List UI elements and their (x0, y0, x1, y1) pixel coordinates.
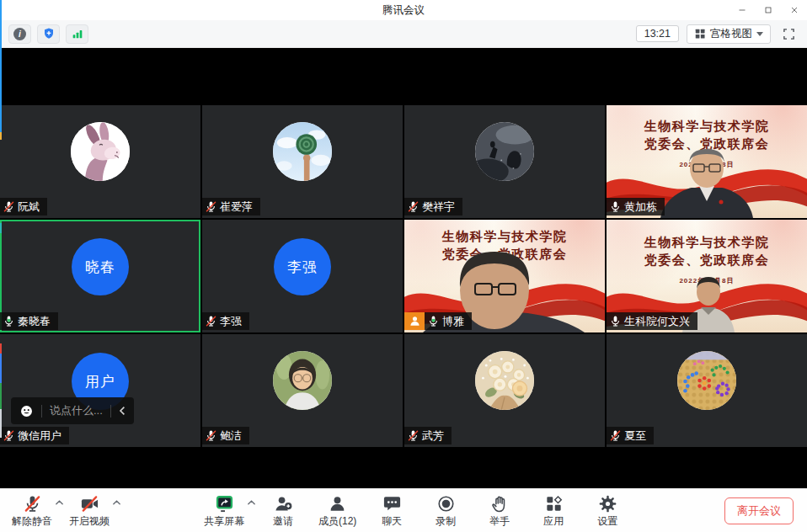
participant-tile[interactable]: 夏至 (607, 334, 807, 447)
chevron-down-icon (756, 32, 763, 36)
participant-tile[interactable]: 崔爱萍 (202, 105, 403, 218)
maximize-button[interactable] (755, 0, 781, 20)
participant-tile[interactable]: 武芳 (404, 334, 605, 447)
video-stage: 阮斌 (0, 48, 807, 488)
view-mode-label: 宫格视图 (710, 27, 752, 41)
mic-muted-icon (407, 200, 420, 213)
participant-name: 鲍洁 (220, 428, 242, 443)
name-plate: 鲍洁 (202, 427, 249, 444)
mic-muted-icon (205, 200, 217, 213)
fullscreen-button[interactable] (778, 24, 799, 44)
avatar (475, 351, 534, 410)
top-toolbar: i 13:21 宫格视图 (0, 20, 807, 48)
meeting-clock: 13:21 (636, 25, 679, 42)
participant-tile[interactable]: 樊祥宇 (404, 105, 605, 218)
participant-name: 黄加栋 (624, 200, 657, 214)
raise-hand-icon (490, 494, 510, 513)
participant-tile-active-speaker[interactable]: 晓春 秦晓春 (0, 220, 200, 332)
name-plate: 樊祥宇 (404, 198, 462, 215)
name-plate: 黄加栋 (607, 198, 665, 215)
record-button[interactable]: 录制 (427, 492, 464, 529)
chevron-left-icon[interactable] (119, 406, 126, 416)
participant-tile[interactable]: 生物科学与技术学院 党委会、党政联席会 博雅 (404, 220, 605, 332)
name-plate: 博雅 (425, 312, 472, 330)
participant-name: 微信用户 (18, 428, 61, 443)
mic-muted-icon (609, 429, 622, 442)
chevron-up-icon[interactable] (55, 499, 64, 506)
participant-tile[interactable]: 生物科学与技术学院 党委会、党政联席会 2022年12月8日 生科院何文兴 (607, 220, 807, 332)
participant-tile[interactable]: 阮斌 (0, 105, 200, 218)
unmute-button[interactable]: 解除静音 (12, 492, 52, 529)
mic-muted-icon (205, 429, 217, 442)
fullscreen-icon (783, 28, 795, 40)
participant-name: 生科院何文兴 (624, 314, 690, 328)
settings-icon (598, 494, 617, 513)
name-plate: 秦晓春 (0, 312, 58, 330)
mic-muted-icon (205, 315, 217, 327)
avatar-initials: 晓春 (72, 238, 129, 295)
chevron-up-icon[interactable] (247, 499, 256, 506)
mic-muted-icon (3, 429, 15, 442)
participant-grid: 阮斌 (0, 105, 807, 447)
apps-icon (544, 494, 564, 513)
chat-input-placeholder[interactable]: 说点什么... (50, 403, 103, 418)
name-plate: 阮斌 (0, 198, 47, 215)
mic-on-icon (427, 315, 440, 327)
name-plate: 李强 (202, 312, 249, 330)
record-icon (436, 494, 456, 513)
participant-name: 秦晓春 (18, 314, 51, 328)
avatar-initials: 李强 (274, 238, 331, 295)
name-plate: 武芳 (404, 427, 452, 444)
participant-name: 李强 (220, 314, 242, 328)
participant-tile[interactable]: 用户 说点什么... 微信用户 (0, 334, 200, 447)
quick-chat-bar[interactable]: 说点什么... (11, 397, 134, 424)
meeting-info-icon[interactable]: i (8, 24, 31, 44)
name-plate: 微信用户 (0, 427, 69, 444)
tencent-meeting-window: 腾讯会议 i 13:21 宫格视图 (0, 0, 807, 532)
participant-tile[interactable]: 李强 李强 (202, 220, 403, 332)
camera-off-icon (80, 494, 99, 513)
invite-icon (274, 494, 293, 513)
share-screen-button[interactable]: 共享屏幕 (204, 492, 244, 529)
network-quality-icon[interactable] (66, 24, 88, 44)
leave-meeting-button[interactable]: 离开会议 (724, 497, 794, 524)
title-bar: 腾讯会议 (0, 0, 807, 20)
close-button[interactable] (781, 0, 807, 20)
avatar (273, 351, 332, 410)
participant-name: 阮斌 (18, 200, 40, 214)
raise-hand-button[interactable]: 举手 (481, 492, 518, 529)
window-title: 腾讯会议 (382, 3, 425, 18)
host-badge (404, 312, 425, 330)
name-plate: 崔爱萍 (202, 198, 260, 215)
emoji-icon[interactable] (19, 404, 34, 418)
bottom-toolbar: 解除静音 开启视频 共享屏幕 邀请 (0, 488, 807, 532)
participant-tile[interactable]: 生物科学与技术学院 党委会、党政联席会 2022年12月8日 (607, 105, 807, 218)
invite-button[interactable]: 邀请 (265, 492, 302, 529)
chevron-up-icon[interactable] (112, 499, 121, 506)
chat-button[interactable]: 聊天 (373, 492, 410, 529)
mic-muted-icon (407, 429, 420, 442)
meeting-security-shield-icon[interactable] (37, 24, 60, 44)
members-icon (328, 494, 347, 513)
name-plate: 生科院何文兴 (607, 312, 697, 330)
participant-tile[interactable]: 鲍洁 (202, 334, 403, 447)
settings-button[interactable]: 设置 (589, 492, 626, 529)
person-icon (409, 315, 421, 327)
avatar (475, 122, 534, 181)
members-button[interactable]: 成员(12) (318, 492, 356, 529)
mic-on-icon (609, 200, 622, 213)
participant-name: 武芳 (422, 428, 444, 443)
chat-icon (382, 494, 402, 513)
mic-on-icon (609, 315, 622, 327)
view-mode-dropdown[interactable]: 宫格视图 (687, 24, 771, 44)
name-plate: 夏至 (607, 427, 654, 444)
minimize-button[interactable] (729, 0, 755, 20)
avatar (273, 122, 332, 181)
grid-view-icon (694, 28, 706, 40)
mic-on-icon (3, 315, 15, 327)
participant-name: 夏至 (624, 428, 646, 443)
mic-muted-icon (23, 494, 42, 513)
start-video-button[interactable]: 开启视频 (69, 492, 110, 529)
participant-name: 崔爱萍 (220, 200, 253, 214)
apps-button[interactable]: 应用 (535, 492, 572, 529)
